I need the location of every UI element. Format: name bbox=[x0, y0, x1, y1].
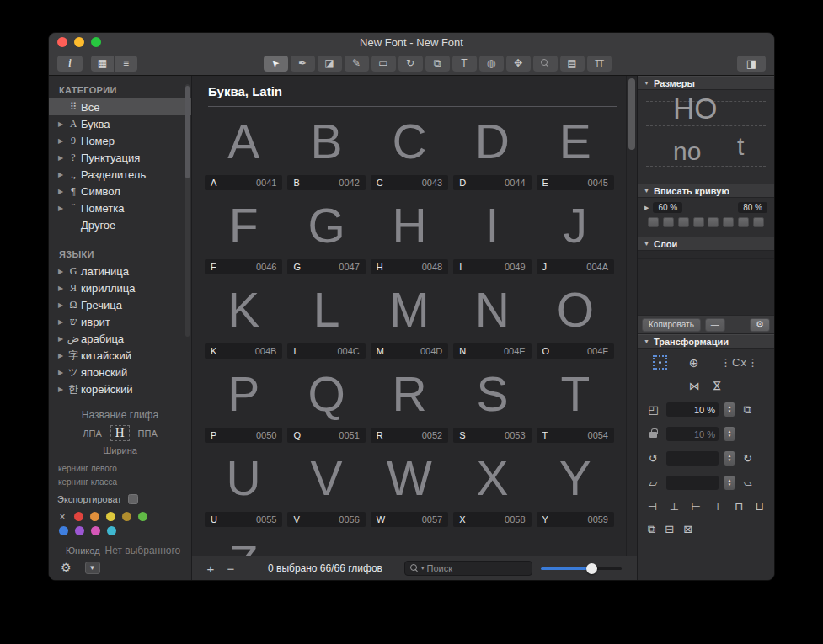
glyph-cell-E[interactable]: EE0045 bbox=[534, 109, 617, 193]
disclosure-right-icon[interactable]: ▶ bbox=[56, 120, 66, 128]
pen-tool[interactable]: ✒ bbox=[291, 56, 315, 72]
zoom-tool[interactable] bbox=[533, 56, 558, 72]
rotate-input[interactable] bbox=[666, 451, 719, 466]
zoom-button[interactable] bbox=[91, 37, 101, 47]
export-checkbox[interactable] bbox=[128, 494, 138, 504]
zoom-slider-thumb[interactable] bbox=[586, 563, 597, 574]
scale-input[interactable]: 10 % bbox=[666, 402, 719, 417]
vertical-scrollbar-thumb[interactable] bbox=[628, 78, 635, 150]
sidebar-item-latin[interactable]: ▶Gлатиница bbox=[49, 263, 191, 279]
sidebar-item-separator[interactable]: ▶.,Разделитель bbox=[49, 166, 191, 183]
color-label-dot-1[interactable] bbox=[90, 512, 99, 521]
measurement-tool[interactable]: ▤ bbox=[560, 56, 585, 72]
disclosure-down-icon[interactable]: ▼ bbox=[644, 338, 649, 344]
fit-curve-section-header[interactable]: ▼ Вписать кривую bbox=[638, 184, 774, 198]
sidebar-toggle-button[interactable]: ◨ bbox=[737, 56, 766, 72]
fit-curve-min-field[interactable]: 60 % bbox=[653, 202, 682, 213]
metrics-tool[interactable]: TT bbox=[587, 56, 612, 72]
sidebar-item-cyrillic[interactable]: ▶Якириллица bbox=[49, 279, 191, 296]
layers-list[interactable] bbox=[638, 251, 774, 315]
transform-target-icon[interactable]: ⊕ bbox=[689, 356, 699, 370]
close-button[interactable] bbox=[57, 37, 67, 47]
glyph-name-field[interactable]: Название глифа bbox=[57, 409, 183, 421]
fit-curve-step-2[interactable] bbox=[663, 217, 674, 227]
transform-origin-icon[interactable] bbox=[653, 355, 667, 370]
align-bottom-icon[interactable]: ⊔ bbox=[756, 500, 764, 513]
disclosure-right-icon[interactable]: ▶ bbox=[56, 154, 66, 162]
settings-gear-icon[interactable]: ⚙ bbox=[61, 561, 72, 574]
scale-vertical-stepper[interactable] bbox=[724, 427, 735, 441]
align-horizontal-center-icon[interactable]: ⊥ bbox=[670, 500, 679, 513]
disclosure-down-icon[interactable]: ▼ bbox=[644, 80, 649, 86]
color-label-dot-7[interactable] bbox=[91, 526, 100, 535]
disclosure-right-icon[interactable]: ▶ bbox=[56, 171, 66, 178]
glyph-cell-B[interactable]: BB0042 bbox=[285, 109, 367, 193]
sidebar-scrollbar-thumb[interactable] bbox=[185, 86, 190, 178]
sidebar-item-mark[interactable]: ▶ˇПометка bbox=[49, 200, 191, 216]
add-glyph-button[interactable]: + bbox=[204, 562, 217, 576]
disclosure-right-icon[interactable]: ▶ bbox=[56, 188, 66, 195]
path-subtract-icon[interactable]: ⊟ bbox=[665, 523, 674, 536]
sidebar-scrollbar[interactable] bbox=[185, 84, 190, 337]
scale-copy-icon[interactable]: ⧉ bbox=[740, 403, 755, 417]
glyph-cell-U[interactable]: UU0055 bbox=[202, 445, 285, 530]
list-view-button[interactable]: ≡ bbox=[115, 56, 137, 72]
fit-curve-step-6[interactable] bbox=[723, 217, 734, 227]
glyph-cell-Y[interactable]: YY0059 bbox=[534, 445, 617, 530]
sidebar-item-punctuation[interactable]: ▶?Пунктуация bbox=[49, 149, 191, 166]
glyph-cell-N[interactable]: NN004E bbox=[451, 277, 533, 361]
eraser-tool[interactable]: ◪ bbox=[318, 56, 342, 72]
remove-glyph-button[interactable]: − bbox=[224, 562, 238, 576]
sidebar-item-number[interactable]: ▶9Номер bbox=[49, 132, 191, 149]
rotate-ccw-icon[interactable]: ↺ bbox=[646, 452, 660, 465]
slant-right-icon[interactable]: ▱ bbox=[740, 476, 755, 489]
color-label-dot-3[interactable] bbox=[122, 512, 131, 521]
color-label-dot-5[interactable] bbox=[59, 526, 68, 535]
rotate-cw-icon[interactable]: ↻ bbox=[740, 452, 755, 465]
fit-curve-step-5[interactable] bbox=[708, 217, 719, 227]
text-tool[interactable]: T bbox=[452, 56, 477, 72]
info-button[interactable]: i bbox=[57, 56, 83, 72]
search-scope-chevron-icon[interactable]: ▾ bbox=[421, 565, 425, 572]
remove-layer-button[interactable]: — bbox=[705, 318, 725, 332]
sidebar-item-hebrew[interactable]: ▶שиврит bbox=[49, 313, 191, 330]
sidebar-item-korean[interactable]: ▶한корейский bbox=[49, 381, 191, 397]
align-vertical-center-icon[interactable]: ⊓ bbox=[735, 500, 743, 513]
hand-tool[interactable]: ✥ bbox=[506, 56, 531, 72]
disclosure-right-icon[interactable]: ▶ bbox=[56, 205, 66, 212]
glyph-cell-C[interactable]: CC0043 bbox=[368, 109, 451, 193]
fit-curve-step-3[interactable] bbox=[678, 217, 689, 227]
glyph-cell-O[interactable]: OO004F bbox=[534, 277, 617, 361]
path-intersect-icon[interactable]: ⊠ bbox=[683, 523, 692, 536]
select-tool[interactable]: ➤ bbox=[264, 56, 288, 72]
fit-curve-step-8[interactable] bbox=[753, 217, 764, 227]
disclosure-right-icon[interactable]: ▶ bbox=[56, 137, 66, 145]
sidebar-item-hindi[interactable]: ▶अхинди bbox=[49, 397, 191, 402]
align-right-icon[interactable]: ⊢ bbox=[692, 500, 701, 513]
glyph-cell-W[interactable]: WW0057 bbox=[368, 445, 451, 530]
color-label-dot-6[interactable] bbox=[75, 526, 84, 535]
layers-gear-button[interactable]: ⚙ bbox=[750, 318, 770, 332]
dimensions-section-header[interactable]: ▼ Размеры bbox=[638, 76, 774, 90]
grid-view-button[interactable]: ▦ bbox=[91, 56, 114, 72]
sidebar-item-chinese[interactable]: ▶字китайский bbox=[49, 347, 191, 364]
fit-curve-step-1[interactable] bbox=[648, 217, 659, 227]
color-label-dot-0[interactable] bbox=[74, 512, 83, 521]
minimize-button[interactable] bbox=[74, 37, 84, 47]
glyph-cell-A[interactable]: AA0041 bbox=[202, 109, 285, 193]
sidebar-item-symbol[interactable]: ▶¶Символ bbox=[49, 183, 191, 200]
disclosure-right-icon[interactable]: ▶ bbox=[56, 335, 66, 343]
disclosure-down-icon[interactable]: ▼ bbox=[644, 241, 649, 247]
glyph-cell-S[interactable]: SS0053 bbox=[451, 361, 533, 445]
sidebar-item-greek[interactable]: ▶ΩГречица bbox=[49, 296, 191, 313]
slant-input[interactable] bbox=[666, 476, 719, 490]
rotate-stepper[interactable] bbox=[724, 451, 735, 466]
glyph-cell-I[interactable]: II0049 bbox=[451, 193, 533, 277]
glyph-cell-D[interactable]: DD0044 bbox=[451, 109, 533, 193]
glyph-cell-F[interactable]: FF0046 bbox=[202, 193, 285, 277]
glyph-cell-V[interactable]: VV0056 bbox=[285, 445, 367, 530]
glyph-cell-T[interactable]: TT0054 bbox=[534, 361, 617, 445]
layers-section-header[interactable]: ▼ Слои bbox=[638, 237, 774, 251]
glyph-cell-G[interactable]: GG0047 bbox=[285, 193, 367, 277]
path-union-icon[interactable]: ⧉ bbox=[648, 523, 655, 536]
